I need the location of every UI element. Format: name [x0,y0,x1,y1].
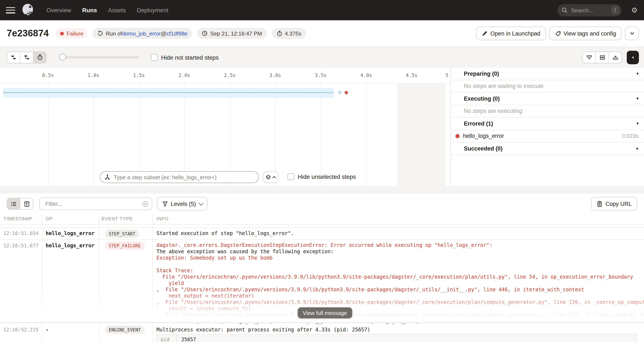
funnel-icon [162,201,168,206]
nav-link-deployment[interactable]: Deployment [137,7,168,14]
log-filter-input[interactable] [44,200,137,207]
section-preparing[interactable]: Preparing (0) ▾ [451,68,644,80]
chevron-down-icon [629,30,635,36]
search-icon [562,7,568,13]
gantt-step-start-marker[interactable] [338,91,341,94]
nav-link-overview[interactable]: Overview [46,7,71,14]
executing-empty-message: No steps are executing [451,105,644,118]
metadata-key: pid [157,334,177,342]
waterfall-view-icon[interactable] [20,52,33,63]
caret-down-icon: ▾ [636,96,638,101]
slider-knob[interactable] [59,54,66,60]
section-errored[interactable]: Errored (1) ▾ [451,118,644,130]
run-actions-menu-button[interactable] [625,27,639,40]
history-icon [97,30,103,36]
run-id: 7e236874 [7,28,49,39]
log-row-step-start[interactable]: 12:16:51.654 hello_logs_error STEP_START… [0,228,644,240]
error-dot-icon [456,134,460,138]
log-filter-field[interactable] [39,198,152,210]
job-link[interactable]: demo_job_error [122,30,161,36]
gantt-view-mode-toggle [7,51,46,63]
structured-view-icon[interactable] [20,198,33,209]
reexecute-menu-caret[interactable]: ▾ [627,50,639,64]
clipboard-icon [596,200,602,207]
gantt-zoom-slider[interactable] [59,54,140,61]
log-op: hello_logs_error [46,243,94,248]
reexecute-split-button: Re-execute all (*) ▾ [627,50,639,64]
timed-view-icon[interactable] [33,52,46,63]
clock-icon [202,30,208,36]
copy-url-button[interactable]: Copy URL [591,197,637,210]
dock-top-icon[interactable] [608,52,622,63]
chevron-up-icon [272,176,276,178]
section-executing[interactable]: Executing (0) ▾ [451,92,644,105]
chevron-down-icon [199,201,204,206]
global-search[interactable]: / [557,4,622,16]
axis-tick: 3.5s [315,72,326,78]
log-row-engine-event[interactable]: 12:16:52.215 - ENGINE_EVENT Multiprocess… [0,322,644,342]
menu-icon[interactable] [6,7,15,13]
event-type-badge: STEP_FAILURE [105,242,144,250]
axis-tick: 1.5s [133,72,144,78]
run-main-area: 0.5s 1.0s 1.5s 2.0s 2.5s 3.0s 3.5s 4.0s … [0,68,644,186]
open-launchpad-button[interactable]: Open in Launchpad [476,27,546,40]
gantt-step-failure-marker[interactable] [344,91,348,94]
gear-icon[interactable]: ⚙ [631,6,638,14]
section-succeeded[interactable]: Succeeded (0) ▸ [451,142,644,155]
gantt-toolbar: Hide not started steps Re-execute all (*… [0,47,644,68]
preparing-empty-message: No steps are waiting to execute [451,80,644,92]
commit-link[interactable]: cf1df98e [166,30,188,36]
log-op: - [46,327,49,333]
layers-icon [266,174,271,180]
step-subset-field[interactable] [100,171,259,183]
stopwatch-icon [276,30,282,36]
caret-down-icon: ▾ [636,72,638,76]
log-timestamp: 12:16:52.215 [4,327,38,333]
log-op: hello_logs_error [46,230,94,236]
step-subset-input[interactable] [113,174,254,181]
pencil-icon [482,30,488,36]
dock-bottom-icon[interactable] [583,52,595,63]
op-selector-icon [104,174,110,180]
errored-step-row[interactable]: hello_logs_error 0.023s [451,130,644,142]
axis-tick: 1.0s [88,72,99,78]
log-table-header: TIMESTAMP OP EVENT TYPE INFO [0,214,644,224]
hide-not-started-checkbox[interactable]: Hide not started steps [151,54,218,61]
nav-link-runs[interactable]: Runs [82,7,97,14]
event-type-badge: STEP_START [105,230,139,238]
error-message-block: dagster._core.errors.DagsterExecutionSte… [156,242,637,325]
failure-dot-icon [60,32,64,35]
split-panels-icon[interactable] [595,52,608,63]
axis-tick: 0.5s [42,72,54,78]
view-full-message-button[interactable]: View full message [298,307,352,318]
log-info: Multiprocess executor: parent process ex… [156,327,637,333]
step-subset-row: Hide unselected steps [0,171,451,183]
run-of-pill: Run of demo_job_error @ cf1df98e [92,28,192,39]
axis-tick: 4.5s [406,72,417,78]
tag-icon [554,30,560,36]
axis-tick: 2.5s [224,72,236,78]
dagster-run-page: Overview Runs Assets Deployment / ⚙ 7e23… [0,0,644,342]
levels-filter-button[interactable]: Levels (5) [157,197,208,210]
nav-link-assets[interactable]: Assets [108,7,126,14]
axis-tick: 5 [446,72,448,78]
event-metadata-table: pid 25657 [156,334,637,342]
event-type-badge: ENGINE_EVENT [105,326,144,334]
hide-not-started-checkbox-input[interactable] [151,54,158,61]
timestamp-pill: Sep 21, 12:16:47 PM [197,28,266,39]
hide-unselected-checkbox[interactable]: Hide unselected steps [288,173,356,180]
graph-query-toggle-button[interactable] [263,171,279,183]
axis-tick: 2.0s [178,72,190,78]
dagster-logo-icon[interactable] [21,3,35,17]
clear-filter-icon[interactable] [142,201,148,207]
flat-view-icon[interactable] [7,52,20,63]
log-timestamp: 12:16:51.677 [4,243,38,248]
col-header-timestamp: TIMESTAMP [4,216,32,221]
hide-unselected-checkbox-input[interactable] [288,173,294,180]
duration-pill: 4.375s [272,28,306,39]
view-tags-config-button[interactable]: View tags and config [549,27,622,40]
list-view-icon[interactable] [7,198,20,209]
log-section: Levels (5) Copy URL TIMESTAMP OP EVENT T… [0,194,644,342]
search-input[interactable] [570,6,611,14]
metadata-value: 25657 [177,336,196,342]
